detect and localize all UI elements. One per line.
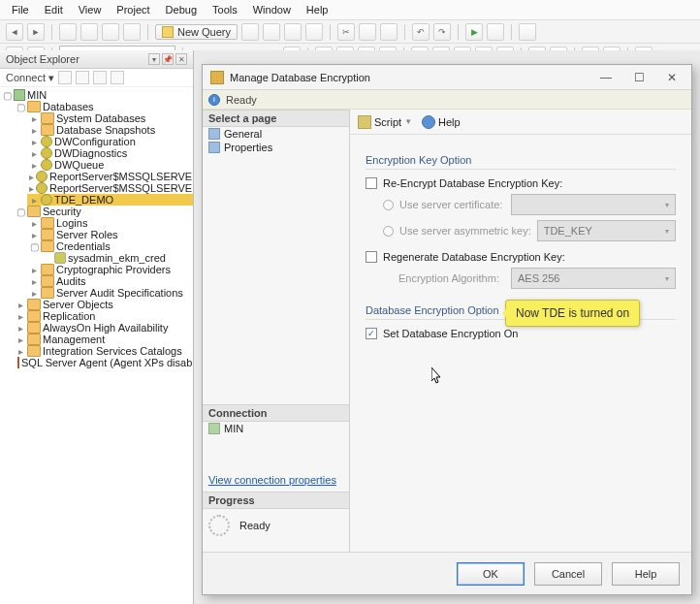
expander-icon[interactable]: ▸ [16, 323, 25, 334]
set-encryption-on-checkbox[interactable]: ✓ [366, 328, 377, 339]
tree-security[interactable]: Security [43, 206, 81, 217]
dmx-query-icon[interactable] [284, 23, 302, 41]
expander-icon[interactable]: ▸ [29, 288, 39, 299]
menu-tools[interactable]: Tools [205, 2, 245, 17]
tree-credentials[interactable]: Credentials [56, 240, 111, 252]
save-icon[interactable] [102, 23, 119, 41]
tree-item[interactable]: Cryptographic Providers [56, 264, 171, 275]
cancel-button[interactable]: Cancel [534, 562, 602, 586]
expander-icon[interactable]: ▸ [16, 346, 25, 357]
tree-databases[interactable]: Databases [43, 101, 94, 112]
menu-file[interactable]: File [4, 2, 37, 17]
expander-icon[interactable]: ▢ [16, 207, 25, 217]
tree-item[interactable]: Management [43, 334, 105, 345]
minimize-button[interactable]: — [594, 71, 618, 84]
nav-fwd-icon[interactable]: ► [27, 23, 45, 41]
regenerate-checkbox[interactable] [366, 251, 377, 263]
expander-icon[interactable]: ▸ [29, 218, 39, 229]
help-button[interactable]: Help [612, 562, 680, 586]
page-properties[interactable]: Properties [203, 141, 349, 154]
expander-icon[interactable]: ▸ [16, 334, 25, 345]
connect-button[interactable]: Connect ▾ [6, 72, 54, 84]
tree-item[interactable]: Replication [43, 310, 95, 322]
help-button-toolbar[interactable]: Help [422, 115, 461, 129]
expander-icon[interactable]: ▸ [29, 148, 39, 159]
expander-icon[interactable]: ▸ [16, 300, 25, 310]
copy-icon[interactable] [359, 23, 376, 41]
tree-item[interactable]: System Databases [56, 112, 145, 124]
view-connection-properties-link[interactable]: View connection properties [203, 468, 349, 492]
nav-back-icon[interactable]: ◄ [6, 23, 23, 41]
menu-edit[interactable]: Edit [37, 2, 71, 17]
redo-icon[interactable]: ↷ [433, 23, 451, 41]
xmla-query-icon[interactable] [305, 23, 323, 41]
expander-icon[interactable]: ▸ [29, 195, 39, 206]
saveall-icon[interactable] [123, 23, 141, 41]
filter-icon[interactable] [111, 71, 124, 84]
expander-icon[interactable]: ▸ [29, 276, 39, 287]
mdx-query-icon[interactable] [263, 23, 280, 41]
tree-item[interactable]: ReportServer$MSSQLSERVER [49, 171, 193, 182]
use-server-cert-radio[interactable] [383, 200, 394, 210]
paste-icon[interactable] [380, 23, 398, 41]
open-icon[interactable] [80, 23, 98, 41]
find-icon[interactable] [519, 23, 536, 41]
expander-icon[interactable]: ▸ [29, 137, 39, 147]
menu-project[interactable]: Project [109, 2, 157, 17]
tree-item[interactable]: ReportServer$MSSQLSERVER [49, 182, 193, 194]
menu-help[interactable]: Help [299, 2, 336, 17]
refresh-icon[interactable] [93, 71, 107, 84]
menu-view[interactable]: View [71, 2, 110, 17]
tree-item[interactable]: AlwaysOn High Availability [43, 322, 168, 334]
tree-item[interactable]: DWQueue [54, 159, 104, 171]
dialog-titlebar[interactable]: Manage Database Encryption — ☐ ✕ [203, 65, 691, 90]
tree-item[interactable]: DWConfiguration [54, 136, 136, 147]
cut-icon[interactable]: ✂ [337, 23, 355, 41]
window-pos-icon[interactable]: ▾ [148, 53, 160, 65]
expander-icon[interactable]: ▢ [29, 241, 39, 252]
tree-item-selected[interactable]: TDE_DEMO [54, 194, 113, 206]
reencrypt-checkbox[interactable] [366, 177, 377, 189]
expander-icon[interactable]: ▸ [29, 172, 34, 182]
expander-icon[interactable]: ▢ [16, 102, 25, 112]
expander-icon[interactable]: ▢ [2, 90, 12, 101]
solution-cfg-icon[interactable] [487, 23, 504, 41]
close-button[interactable]: ✕ [660, 71, 684, 84]
expander-icon[interactable]: ▸ [29, 160, 39, 171]
tree-item[interactable]: Database Snapshots [56, 124, 155, 136]
start-icon[interactable]: ▶ [465, 23, 483, 41]
db-engine-query-icon[interactable] [241, 23, 259, 41]
tree-server[interactable]: MIN [27, 89, 47, 101]
tree-item[interactable]: Server Roles [56, 229, 118, 240]
expander-icon[interactable]: ▸ [29, 113, 39, 124]
use-asym-key-radio[interactable] [383, 226, 394, 237]
server-cert-combo[interactable] [511, 194, 676, 215]
tree-item[interactable]: DWDiagnostics [54, 147, 127, 159]
tree-item[interactable]: Logins [56, 217, 87, 229]
expander-icon[interactable]: ▸ [16, 311, 25, 322]
encryption-algorithm-combo[interactable]: AES 256 [511, 268, 676, 289]
object-explorer-tree[interactable]: ▢MIN ▢Databases ▸System Databases ▸Datab… [0, 87, 193, 604]
menu-debug[interactable]: Debug [158, 2, 205, 17]
expander-icon[interactable]: ▸ [29, 265, 39, 275]
tree-item[interactable]: Audits [56, 275, 86, 287]
undo-icon[interactable]: ↶ [412, 23, 430, 41]
main-menubar[interactable]: File Edit View Project Debug Tools Windo… [0, 0, 700, 20]
menu-window[interactable]: Window [245, 2, 299, 17]
tree-item[interactable]: sysadmin_ekm_cred [68, 252, 166, 264]
autohide-icon[interactable]: 📌 [162, 53, 174, 65]
tree-item[interactable]: SQL Server Agent (Agent XPs disabl [21, 357, 193, 368]
new-project-icon[interactable] [59, 23, 77, 41]
ok-button[interactable]: OK [457, 562, 525, 586]
close-panel-icon[interactable]: ✕ [175, 53, 187, 65]
script-button[interactable]: Script▼ [358, 115, 412, 129]
tree-item[interactable]: Server Objects [43, 299, 113, 310]
expander-icon[interactable]: ▸ [29, 183, 34, 194]
disconnect-icon[interactable] [58, 71, 72, 84]
new-query-button[interactable]: New Query [155, 24, 238, 40]
tree-item[interactable]: Integration Services Catalogs [43, 345, 182, 357]
expander-icon[interactable]: ▸ [29, 230, 39, 240]
stop-icon[interactable] [76, 71, 89, 84]
asym-key-combo[interactable]: TDE_KEY [537, 220, 676, 241]
maximize-button[interactable]: ☐ [627, 71, 651, 84]
